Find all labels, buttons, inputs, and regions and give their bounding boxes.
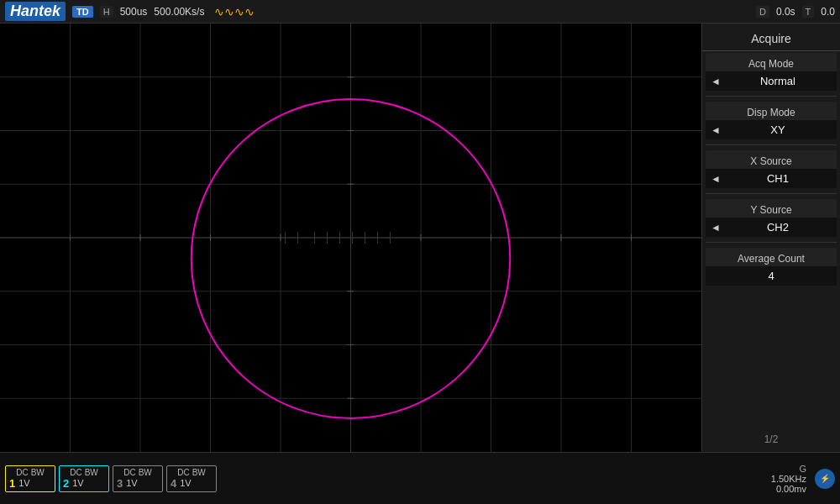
mode-badge: TD [72, 6, 93, 18]
divider-3 [706, 193, 837, 194]
ch2-info: DC BW [63, 468, 105, 477]
ch4-bw: BW [192, 468, 206, 477]
ch2-bw: BW [85, 468, 98, 477]
y-source-label: Y Source [706, 199, 837, 218]
divider-1 [706, 96, 837, 97]
trigger-value: 0.0 [821, 6, 835, 18]
y-source-row[interactable]: ◄ CH2 [706, 218, 837, 237]
bottom-bar: DC BW 1 1V DC BW 2 1V DC BW 3 1V DC [0, 452, 840, 504]
avg-count-value: 4 [711, 270, 832, 282]
vpp-value: 0.00mv [776, 484, 806, 494]
ch4-block[interactable]: DC BW 4 1V [166, 465, 217, 492]
top-bar: Hantek TD H 500us 500.00Ks/s ∿∿∿∿ D 0.0s… [0, 0, 840, 24]
panel-title: Acquire [702, 27, 840, 51]
x-source-row[interactable]: ◄ CH1 [706, 169, 837, 188]
divider-4 [706, 242, 837, 243]
samplerate-value: 500.00Ks/s [154, 6, 204, 18]
delay-value: 0.0s [776, 6, 795, 18]
acq-mode-row[interactable]: ◄ Normal [706, 71, 837, 91]
avg-count-label: Average Count [706, 248, 837, 266]
disp-mode-row[interactable]: ◄ XY [706, 120, 837, 139]
ch2-number: 2 [63, 477, 69, 490]
ch4-dc: DC [177, 468, 189, 477]
acq-mode-value: Normal [724, 75, 832, 87]
x-source-value: CH1 [724, 172, 832, 185]
bottom-stats: G 1.50KHz 0.00mv [771, 464, 806, 494]
disp-mode-left-arrow[interactable]: ◄ [711, 124, 721, 136]
ch4-info: DC BW [171, 468, 213, 477]
ch2-dc: DC [70, 468, 81, 477]
scope-grid [0, 24, 701, 452]
ch3-info: DC BW [117, 468, 159, 477]
t-label: T [802, 6, 815, 18]
disp-mode-label: Disp Mode [706, 102, 837, 120]
ch3-bw: BW [139, 468, 152, 477]
ch1-info: DC BW [9, 468, 51, 477]
divider-2 [706, 144, 837, 145]
ch3-number: 3 [117, 477, 123, 490]
timebase-value: 500us [120, 6, 148, 18]
x-source-left-arrow[interactable]: ◄ [711, 173, 721, 185]
acq-mode-left-arrow[interactable]: ◄ [711, 76, 721, 87]
y-source-left-arrow[interactable]: ◄ [711, 222, 721, 234]
main-area: Acquire Acq Mode ◄ Normal Disp Mode ◄ XY… [0, 24, 840, 452]
ch4-number: 4 [171, 477, 176, 490]
right-panel: Acquire Acq Mode ◄ Normal Disp Mode ◄ XY… [702, 24, 840, 452]
ch1-dc: DC [16, 468, 28, 477]
ch3-block[interactable]: DC BW 3 1V [113, 465, 163, 492]
y-source-value: CH2 [724, 221, 832, 234]
scope-display [0, 24, 702, 452]
ch2-voltage: 1V [72, 478, 83, 488]
disp-mode-value: XY [724, 123, 832, 136]
ch3-voltage: 1V [126, 478, 137, 488]
g-label: G [799, 464, 806, 474]
logo: Hantek [5, 2, 66, 21]
ch3-dc: DC [123, 468, 135, 477]
ch1-bw: BW [31, 468, 45, 477]
avg-count-row: 4 [706, 266, 837, 286]
ch4-voltage: 1V [180, 478, 191, 488]
trigger-icon[interactable]: ⚡ [815, 469, 835, 489]
ch2-block[interactable]: DC BW 2 1V [59, 465, 109, 492]
freq-value: 1.50KHz [771, 474, 806, 484]
x-source-label: X Source [706, 150, 837, 169]
acq-mode-label: Acq Mode [706, 53, 837, 71]
h-label: H [100, 6, 113, 18]
panel-page: 1/2 [702, 427, 840, 449]
trigger-symbol: ⚡ [820, 474, 830, 483]
waveform-preview-icon: ∿∿∿∿ [214, 5, 255, 18]
d-label: D [756, 6, 769, 18]
ch1-voltage: 1V [18, 478, 29, 488]
ch1-number: 1 [9, 477, 15, 490]
ch1-block[interactable]: DC BW 1 1V [5, 465, 55, 492]
